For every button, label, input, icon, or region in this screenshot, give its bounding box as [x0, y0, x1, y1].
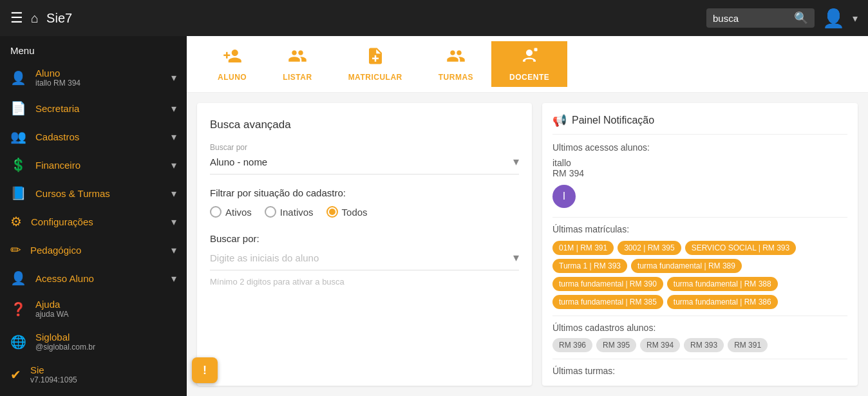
toolbar-matricular[interactable]: MATRICULAR — [330, 41, 420, 87]
sidebar-item-ajuda-label: Ajuda — [35, 299, 176, 310]
sidebar-item-cursos-turmas[interactable]: 📘 Cursos & Turmas ▾ — [0, 179, 187, 207]
buscar-por-value: Aluno - nome — [210, 156, 513, 167]
sidebar-item-aluno-label: Aluno — [35, 68, 171, 79]
ultimos-cadastros-label: Últimos cadastros alunos: — [552, 323, 847, 333]
buscar-por-field-label: Buscar por: — [210, 233, 519, 244]
sidebar-item-aluno[interactable]: 👤 Aluno itallo RM 394 ▾ — [0, 61, 187, 94]
content-area: ALUNO LISTAR MATRICULAR TU — [187, 36, 868, 396]
note-add-icon — [366, 46, 385, 70]
list-item[interactable]: RM 396 — [552, 338, 592, 352]
radio-circle-todos — [326, 206, 338, 218]
document-icon: 📄 — [10, 100, 26, 116]
sidebar-item-ajuda-content: Ajuda ajuda WA — [35, 299, 176, 319]
sidebar-item-ajuda[interactable]: ❓ Ajuda ajuda WA — [0, 292, 187, 325]
sidebar-item-financeiro-content: Financeiro — [35, 160, 171, 171]
search-area: 🔍 — [706, 8, 815, 28]
home-icon[interactable]: ⌂ — [31, 11, 39, 26]
list-item[interactable]: RM 391 — [728, 338, 768, 352]
sidebar-item-configuracoes[interactable]: ⚙ Configurações ▾ — [0, 207, 187, 236]
help-icon: ❓ — [10, 301, 26, 317]
list-item[interactable]: RM 394 — [640, 338, 680, 352]
sidebar-item-config-content: Configurações — [31, 216, 171, 227]
avatar-icon[interactable]: 👤 — [822, 8, 845, 29]
search-select-placeholder: Digite as iniciais do aluno — [210, 252, 513, 263]
search-icon[interactable]: 🔍 — [794, 11, 808, 25]
radio-circle-ativos — [210, 206, 222, 218]
toolbar-listar[interactable]: LISTAR — [265, 41, 330, 87]
radio-ativos-label: Ativos — [225, 207, 252, 218]
chevron-down-icon: ▾ — [171, 102, 176, 115]
search-input[interactable] — [713, 13, 790, 24]
sidebar-item-sie[interactable]: ✔ Sie v7.1094:1095 — [0, 358, 187, 391]
toolbar-docente-label: DOCENTE — [509, 73, 549, 82]
radio-todos-label: Todos — [342, 207, 368, 218]
sidebar-item-cadastros-label: Cadastros — [35, 131, 171, 142]
divider — [552, 217, 847, 218]
toolbar-turmas-label: TURMAS — [439, 73, 473, 82]
list-item[interactable]: turma fundamental | RM 385 — [552, 295, 663, 309]
list-item[interactable]: turma fundamental | RM 386 — [667, 295, 778, 309]
toolbar-listar-label: LISTAR — [283, 73, 312, 82]
list-item[interactable]: RM 393 — [684, 338, 724, 352]
sidebar-item-siglobal[interactable]: 🌐 Siglobal @siglobal.com.br — [0, 325, 187, 358]
ultimas-matriculas-label: Últimas matrículas: — [552, 224, 847, 234]
list-item[interactable]: turma fundamental | RM 389 — [631, 259, 742, 273]
sidebar-item-sie-label: Sie — [30, 364, 176, 375]
chevron-down-icon: ▾ — [171, 216, 176, 228]
radio-group: Ativos Inativos Todos — [210, 206, 519, 218]
radio-inativos[interactable]: Inativos — [265, 206, 314, 218]
menu-icon[interactable]: ☰ — [10, 10, 23, 26]
sidebar-item-pedagogico-label: Pedagógico — [30, 245, 171, 256]
list-item[interactable]: 01M | RM 391 — [552, 241, 614, 255]
sidebar-item-cursos-content: Cursos & Turmas — [35, 188, 171, 199]
list-item[interactable]: RM 395 — [596, 338, 636, 352]
radio-todos[interactable]: Todos — [326, 206, 368, 218]
list-item[interactable]: Turma 1 | RM 393 — [552, 259, 627, 273]
sidebar-item-acesso-content: Acesso Aluno — [35, 273, 171, 284]
panels: Busca avançada Buscar por Aluno - nome ▾… — [187, 93, 868, 396]
list-item[interactable]: 3002 | RM 395 — [618, 241, 681, 255]
sidebar-item-cadastros-content: Cadastros — [35, 131, 171, 142]
gear-icon: ⚙ — [10, 214, 22, 229]
sidebar-footer-support[interactable]: Suporte - compartilhar tela — [0, 391, 187, 396]
search-panel-title: Busca avançada — [210, 118, 519, 131]
notif-fab[interactable]: ! — [192, 357, 218, 383]
avatar: I — [552, 185, 576, 208]
radio-inativos-label: Inativos — [280, 207, 314, 218]
turmas-icon — [446, 46, 466, 70]
app-title: Sie7 — [46, 11, 699, 26]
sidebar-item-sie-sublabel: v7.1094:1095 — [30, 375, 176, 384]
radio-ativos[interactable]: Ativos — [210, 206, 252, 218]
megaphone-icon: 📢 — [552, 113, 567, 127]
list-item[interactable]: turma fundamental | RM 388 — [667, 277, 778, 291]
sidebar-item-pedagogico-content: Pedagógico — [30, 245, 171, 256]
sidebar-item-aluno-content: Aluno itallo RM 394 — [35, 68, 171, 88]
buscar-por-select[interactable]: Aluno - nome ▾ — [210, 155, 519, 174]
toolbar-aluno[interactable]: ALUNO — [200, 41, 265, 87]
icon-toolbar: ALUNO LISTAR MATRICULAR TU — [187, 36, 868, 93]
toolbar-aluno-label: ALUNO — [218, 73, 247, 82]
docente-icon — [520, 46, 539, 70]
access-rm: RM 394 — [552, 168, 847, 178]
list-item[interactable]: SERVICO SOCIAL | RM 393 — [685, 241, 797, 255]
chevron-down-icon: ▾ — [171, 131, 176, 143]
cadastros-tags: RM 396RM 395RM 394RM 393RM 391 — [552, 338, 847, 352]
sidebar-item-cadastros[interactable]: 👥 Cadastros ▾ — [0, 122, 187, 151]
sidebar-item-financeiro[interactable]: 💲 Financeiro ▾ — [0, 151, 187, 179]
dropdown-icon[interactable]: ▾ — [853, 12, 858, 24]
sidebar-item-pedagogico[interactable]: ✏ Pedagógico ▾ — [0, 236, 187, 264]
toolbar-turmas[interactable]: TURMAS — [420, 41, 491, 87]
toolbar-matricular-label: MATRICULAR — [348, 73, 402, 82]
sidebar-item-config-label: Configurações — [31, 216, 171, 227]
sidebar-item-financeiro-label: Financeiro — [35, 160, 171, 171]
list-item[interactable]: turma fundamental | RM 390 — [552, 277, 663, 291]
toolbar-docente[interactable]: DOCENTE — [491, 41, 567, 87]
search-select[interactable]: Digite as iniciais do aluno ▾ — [210, 250, 519, 270]
people-icon: 👥 — [10, 129, 26, 144]
ultimos-acessos-label: Ultimos acessos alunos: — [552, 142, 847, 153]
chevron-down-icon: ▾ — [171, 159, 176, 171]
topbar: ☰ ⌂ Sie7 🔍 👤 ▾ — [0, 0, 868, 36]
divider3 — [552, 359, 847, 359]
sidebar-item-acesso-aluno[interactable]: 👤 Acesso Aluno ▾ — [0, 264, 187, 292]
sidebar-item-secretaria[interactable]: 📄 Secretaria ▾ — [0, 94, 187, 122]
